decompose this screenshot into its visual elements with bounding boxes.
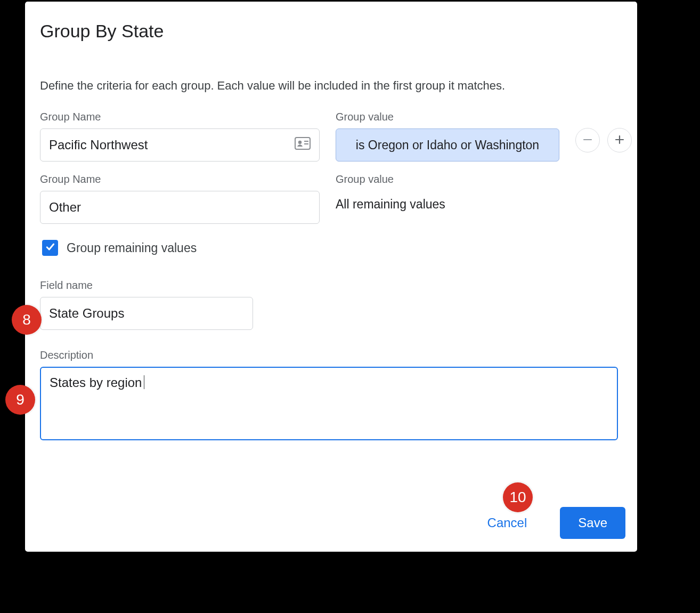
- cancel-button[interactable]: Cancel: [484, 515, 531, 531]
- minus-icon: [582, 132, 593, 149]
- group-remaining-checkbox[interactable]: [42, 240, 58, 256]
- plus-icon: [614, 132, 625, 149]
- group-value-label: Group value: [336, 111, 559, 123]
- group-value-text: is Oregon or Idaho or Washington: [356, 138, 539, 152]
- group-row: Group Name Pacific Northwest Group value…: [40, 111, 637, 162]
- group-name-input[interactable]: Pacific Northwest: [40, 128, 320, 162]
- group-row: Group Name Other Group value All remaini…: [40, 173, 637, 224]
- group-value-chip[interactable]: is Oregon or Idaho or Washington: [336, 128, 559, 162]
- save-button[interactable]: Save: [560, 507, 625, 539]
- group-value-label: Group value: [336, 173, 559, 185]
- group-name-label: Group Name: [40, 173, 320, 185]
- dialog-title: Group By State: [40, 21, 637, 42]
- dialog-subtitle: Define the criteria for each group. Each…: [40, 79, 637, 93]
- callout-10: 10: [503, 482, 533, 512]
- description-label: Description: [40, 349, 637, 361]
- group-remaining-label: Group remaining values: [67, 241, 197, 255]
- dialog-footer: Cancel Save: [484, 507, 625, 539]
- id-card-icon: [295, 137, 311, 153]
- fieldname-value: State Groups: [49, 306, 124, 321]
- group-name-input[interactable]: Other: [40, 191, 320, 224]
- remove-row-button[interactable]: [575, 128, 600, 152]
- fieldname-section: Field name State Groups: [40, 279, 637, 330]
- callout-9: 9: [5, 385, 35, 415]
- group-name-value: Pacific Northwest: [49, 138, 148, 152]
- group-remaining-row: Group remaining values: [42, 240, 637, 256]
- svg-point-1: [298, 141, 302, 144]
- description-value: States by region: [50, 375, 142, 390]
- add-row-button[interactable]: [607, 128, 632, 152]
- group-name-label: Group Name: [40, 111, 320, 123]
- check-icon: [45, 241, 55, 254]
- fieldname-label: Field name: [40, 279, 637, 292]
- group-value-static: All remaining values: [336, 191, 559, 212]
- description-section: Description States by region: [40, 349, 637, 440]
- callout-8: 8: [12, 305, 42, 335]
- group-by-dialog: Group By State Define the criteria for e…: [23, 0, 639, 553]
- description-input[interactable]: States by region: [40, 367, 618, 440]
- fieldname-input[interactable]: State Groups: [40, 297, 253, 330]
- group-name-value: Other: [49, 200, 81, 215]
